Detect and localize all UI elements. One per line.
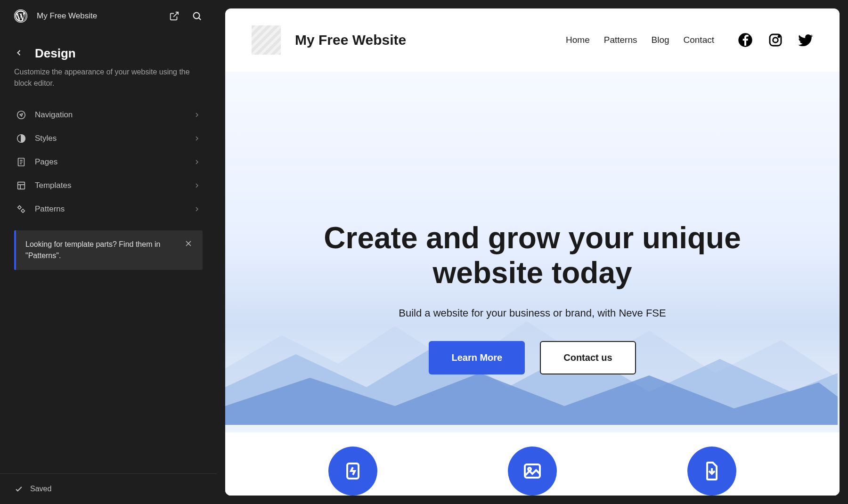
panel-title-row: Design bbox=[0, 32, 217, 66]
nav-link-blog[interactable]: Blog bbox=[651, 35, 669, 45]
preview-wrap: My Free Website Home Patterns Blog Conta… bbox=[217, 0, 848, 504]
layout-icon bbox=[16, 180, 26, 191]
learn-more-button[interactable]: Learn More bbox=[429, 341, 525, 374]
svg-point-1 bbox=[194, 13, 200, 19]
back-button[interactable] bbox=[14, 48, 25, 59]
facebook-icon[interactable] bbox=[738, 33, 753, 48]
primary-nav: Home Patterns Blog Contact bbox=[566, 35, 714, 45]
menu-label: Styles bbox=[35, 134, 185, 143]
half-circle-icon bbox=[16, 133, 26, 144]
chevron-right-icon bbox=[193, 135, 201, 142]
nav-link-home[interactable]: Home bbox=[566, 35, 590, 45]
saved-status: Saved bbox=[30, 485, 51, 493]
panel-description: Customize the appearance of your website… bbox=[0, 66, 217, 103]
panel-title: Design bbox=[35, 46, 76, 61]
wordpress-logo-icon[interactable] bbox=[14, 9, 27, 23]
nav-link-contact[interactable]: Contact bbox=[684, 35, 714, 45]
site-preview[interactable]: My Free Website Home Patterns Blog Conta… bbox=[225, 8, 840, 496]
feature-icon-image[interactable] bbox=[508, 447, 557, 496]
template-parts-notice: Looking for template parts? Find them in… bbox=[14, 230, 203, 270]
search-icon[interactable] bbox=[191, 10, 203, 22]
svg-rect-5 bbox=[18, 182, 25, 189]
page-icon bbox=[16, 157, 26, 167]
hero-section: Create and grow your unique website toda… bbox=[225, 72, 840, 496]
close-icon[interactable] bbox=[184, 239, 193, 248]
compass-icon bbox=[16, 110, 26, 120]
sidebar: My Free Website Design Customize the app… bbox=[0, 0, 217, 504]
check-icon bbox=[14, 484, 24, 494]
preview-header: My Free Website Home Patterns Blog Conta… bbox=[225, 8, 840, 72]
chevron-right-icon bbox=[193, 182, 201, 189]
social-links bbox=[738, 33, 813, 48]
svg-point-8 bbox=[773, 38, 778, 43]
site-name[interactable]: My Free Website bbox=[37, 11, 159, 21]
chevron-right-icon bbox=[193, 158, 201, 166]
menu-item-templates[interactable]: Templates bbox=[9, 174, 207, 197]
menu-item-styles[interactable]: Styles bbox=[9, 127, 207, 150]
site-logo-placeholder[interactable] bbox=[252, 25, 281, 55]
menu-label: Templates bbox=[35, 181, 185, 190]
svg-point-2 bbox=[17, 111, 25, 119]
feature-icon-lightning[interactable] bbox=[328, 447, 377, 496]
features-row bbox=[225, 432, 840, 496]
chevron-right-icon bbox=[193, 111, 201, 119]
contact-us-button[interactable]: Contact us bbox=[540, 341, 636, 374]
diamonds-icon bbox=[16, 204, 26, 214]
feature-icon-download[interactable] bbox=[687, 447, 736, 496]
hero-heading[interactable]: Create and grow your unique website toda… bbox=[320, 221, 744, 290]
menu-item-patterns[interactable]: Patterns bbox=[9, 197, 207, 221]
sidebar-header: My Free Website bbox=[0, 0, 217, 32]
chevron-right-icon bbox=[193, 205, 201, 213]
hero-buttons: Learn More Contact us bbox=[429, 341, 636, 374]
menu-item-pages[interactable]: Pages bbox=[9, 150, 207, 174]
external-link-icon[interactable] bbox=[169, 10, 180, 22]
menu-label: Pages bbox=[35, 157, 185, 167]
menu-label: Patterns bbox=[35, 204, 185, 214]
svg-point-9 bbox=[778, 36, 780, 37]
twitter-icon[interactable] bbox=[798, 33, 813, 48]
menu-label: Navigation bbox=[35, 110, 185, 120]
menu-item-navigation[interactable]: Navigation bbox=[9, 103, 207, 127]
sidebar-footer: Saved bbox=[0, 473, 217, 504]
design-menu: Navigation Styles Pages Templates Patter… bbox=[0, 103, 217, 221]
hero-subheading[interactable]: Build a website for your business or bra… bbox=[399, 307, 666, 319]
instagram-icon[interactable] bbox=[768, 33, 783, 48]
notice-text: Looking for template parts? Find them in… bbox=[25, 239, 176, 261]
preview-site-title[interactable]: My Free Website bbox=[295, 32, 556, 48]
nav-link-patterns[interactable]: Patterns bbox=[604, 35, 637, 45]
